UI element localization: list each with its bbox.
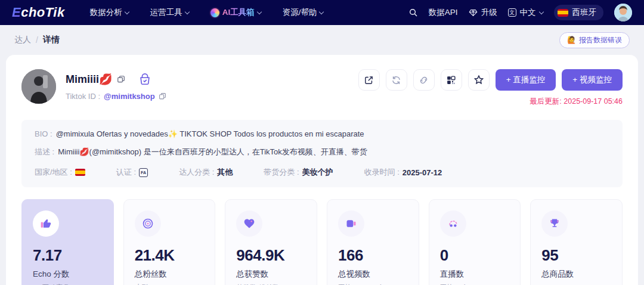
flag-spain-icon bbox=[75, 169, 85, 176]
stat-value: 166 bbox=[338, 246, 408, 265]
stat-label: 直播数 bbox=[440, 269, 510, 280]
meta-commerce-category: 带货分类 : 美妆个护 bbox=[264, 167, 333, 178]
stat-value: 95 bbox=[541, 246, 611, 265]
refresh-button[interactable] bbox=[386, 69, 407, 91]
nav-item-resources-help[interactable]: 资源/帮助 bbox=[283, 7, 324, 18]
search-icon[interactable] bbox=[408, 8, 418, 17]
echotik-logo[interactable]: EchoTik bbox=[12, 5, 65, 20]
stat-value: 0 bbox=[440, 246, 510, 265]
live-monitor-button[interactable]: + 直播监控 bbox=[496, 69, 556, 91]
diamond-icon bbox=[469, 8, 478, 17]
meta-country: 国家/地区 : bbox=[35, 167, 85, 178]
shop-bag-icon[interactable] bbox=[138, 73, 151, 86]
breadcrumb-row: 达人 / 详情 🙋 报告数据错误 bbox=[0, 25, 644, 55]
stat-card-echo-score[interactable]: 7.17 Echo 分数 ER互动率ⓘ:2.00% bbox=[21, 199, 114, 285]
description-label: 描述 : bbox=[35, 147, 54, 157]
qr-code-button[interactable] bbox=[441, 69, 462, 91]
stat-label: 总粉丝数 bbox=[135, 269, 205, 280]
open-external-button[interactable] bbox=[358, 69, 380, 91]
upgrade-link[interactable]: 升级 bbox=[469, 7, 497, 18]
nav-item-operation-tools[interactable]: 运营工具 bbox=[150, 7, 189, 18]
chevron-down-icon bbox=[124, 9, 129, 14]
bio-text: @mimixula Ofertas y novedades✨ TIKTOK SH… bbox=[56, 129, 364, 138]
stat-card-products[interactable]: 95 总商品数 bbox=[530, 199, 623, 285]
kiss-emoji: 💋 bbox=[99, 73, 112, 85]
star-icon bbox=[473, 75, 484, 85]
copy-id-icon[interactable] bbox=[159, 92, 166, 100]
logo-letter: E bbox=[12, 5, 21, 20]
certification-badge-icon: FA bbox=[139, 168, 148, 177]
bio-section: BIO : @mimixula Ofertas y novedades✨ TIK… bbox=[21, 120, 623, 187]
qr-code-icon bbox=[446, 75, 456, 85]
report-label: 报告数据错误 bbox=[579, 35, 622, 45]
data-api-label: 数据API bbox=[429, 7, 458, 18]
nav-item-label: 数据分析 bbox=[90, 7, 122, 18]
flag-spain-icon bbox=[558, 9, 568, 17]
stat-card-followers[interactable]: 21.4K 总粉丝数 小型 bbox=[123, 199, 216, 285]
logo-text: choTik bbox=[21, 5, 65, 20]
stat-card-videos[interactable]: 166 总视频数 平均 225.6K 人 bbox=[327, 199, 419, 285]
influencer-detail-card: Mimiiii💋 Tiktok ID : @mimitkshop bbox=[6, 55, 638, 285]
user-avatar[interactable] bbox=[614, 4, 632, 21]
ai-sphere-icon bbox=[210, 8, 219, 17]
nav-item-ai-toolbox[interactable]: AI工具箱 bbox=[210, 7, 261, 18]
profile-header: Mimiiii💋 Tiktok ID : @mimitkshop bbox=[21, 69, 623, 107]
breadcrumb: 达人 / 详情 bbox=[14, 35, 60, 45]
copy-name-icon[interactable] bbox=[117, 75, 125, 83]
video-icon bbox=[345, 218, 357, 230]
stat-label: 总视频数 bbox=[338, 269, 408, 280]
nav-menu: 数据分析 运营工具 AI工具箱 资源/帮助 bbox=[90, 7, 324, 18]
trophy-icon bbox=[549, 218, 561, 230]
meta-indexed-date: 收录时间 : 2025-07-12 bbox=[364, 167, 442, 178]
chevron-down-icon bbox=[256, 9, 261, 14]
translate-icon: 文 bbox=[508, 8, 516, 17]
influencer-name: Mimiiii💋 bbox=[66, 73, 112, 86]
nav-item-label: 运营工具 bbox=[150, 7, 182, 18]
stat-card-lives[interactable]: 0 直播数 平均 0 人 bbox=[429, 199, 521, 285]
meta-row: 国家/地区 : 认证 : FA 达人分类 : 其他 带货分类 : 美妆个护 收录… bbox=[35, 167, 609, 178]
refresh-icon bbox=[391, 75, 401, 85]
nav-item-label: 资源/帮助 bbox=[283, 7, 317, 18]
region-selector[interactable]: 西班牙 bbox=[554, 5, 604, 20]
thumbs-up-icon bbox=[40, 218, 52, 230]
profile-photo bbox=[21, 69, 56, 104]
stat-value: 21.4K bbox=[135, 246, 205, 265]
stat-label: 总商品数 bbox=[541, 269, 611, 280]
nav-item-data-analysis[interactable]: 数据分析 bbox=[90, 7, 129, 18]
language-label: 中文 bbox=[520, 7, 536, 18]
upgrade-label: 升级 bbox=[481, 7, 497, 18]
live-icon bbox=[447, 218, 459, 230]
stats-grid: 7.17 Echo 分数 ER互动率ⓘ:2.00% 21.4K 总粉丝数 小型 … bbox=[21, 199, 623, 285]
nav-right-cluster: 数据API 升级 文 中文 西班牙 bbox=[408, 4, 632, 21]
region-label: 西班牙 bbox=[572, 7, 597, 18]
target-icon bbox=[142, 218, 154, 230]
tiktok-id-value[interactable]: @mimitkshop bbox=[104, 92, 155, 101]
chevron-down-icon bbox=[538, 9, 543, 14]
breadcrumb-current: 详情 bbox=[43, 35, 60, 45]
chevron-down-icon bbox=[319, 9, 324, 14]
breadcrumb-parent[interactable]: 达人 bbox=[14, 35, 31, 45]
link-button[interactable] bbox=[413, 69, 435, 91]
report-emoji-icon: 🙋 bbox=[567, 36, 576, 44]
description-text: Mimiiii💋(@mimitkshop) 是一位来自西班牙的小型达人，在Tik… bbox=[58, 147, 367, 157]
tiktok-id-label: Tiktok ID : bbox=[66, 92, 100, 101]
breadcrumb-separator: / bbox=[36, 35, 38, 45]
stat-card-likes[interactable]: 964.9K 总获赞数 获赞数/粉丝数: 45.12 bbox=[225, 199, 317, 285]
data-api-link[interactable]: 数据API bbox=[429, 7, 458, 18]
last-update-text: 最后更新: 2025-09-17 05:46 bbox=[530, 97, 623, 107]
stat-label: Echo 分数 bbox=[33, 269, 103, 280]
bio-label: BIO : bbox=[35, 129, 52, 138]
meta-category: 达人分类 : 其他 bbox=[179, 167, 233, 178]
stat-value: 7.17 bbox=[33, 246, 103, 265]
favorite-button[interactable] bbox=[468, 69, 490, 91]
video-monitor-button[interactable]: + 视频监控 bbox=[562, 69, 623, 91]
external-link-icon bbox=[364, 75, 374, 85]
profile-actions: + 直播监控 + 视频监控 bbox=[358, 69, 623, 91]
link-icon bbox=[419, 75, 429, 85]
language-switch[interactable]: 文 中文 bbox=[508, 7, 543, 18]
meta-certification: 认证 : FA bbox=[116, 167, 148, 178]
heart-icon bbox=[243, 218, 255, 230]
report-data-error-button[interactable]: 🙋 报告数据错误 bbox=[559, 32, 630, 48]
stat-label: 总获赞数 bbox=[236, 269, 306, 280]
chevron-down-icon bbox=[184, 9, 189, 14]
